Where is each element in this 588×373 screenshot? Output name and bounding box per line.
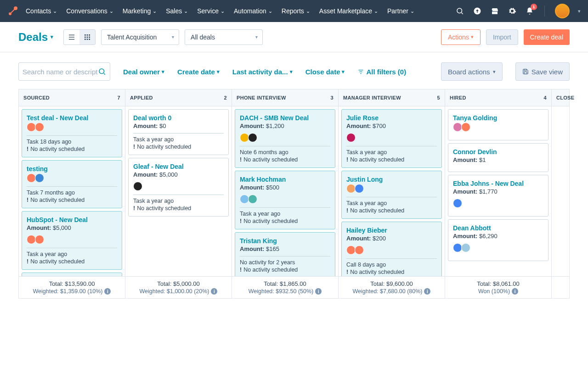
upgrade-icon[interactable] [473, 6, 482, 16]
card-title[interactable]: testing [27, 165, 117, 173]
nav-item-automation[interactable]: Automation ⌄ [234, 7, 272, 15]
card-title[interactable]: Dean Abbott [453, 224, 543, 232]
deal-card[interactable]: Tanya Golding [448, 109, 548, 140]
board-actions-button[interactable]: Board actions▾ [441, 62, 503, 81]
card-title[interactable]: HubSpot - New Deal [27, 216, 117, 223]
info-icon[interactable]: i [211, 288, 217, 295]
chevron-down-icon[interactable]: ▾ [578, 8, 581, 14]
svg-rect-24 [524, 72, 527, 74]
info-icon[interactable]: i [512, 288, 518, 295]
list-view-button[interactable] [64, 30, 79, 45]
card-title[interactable]: DACH - SMB New Deal [240, 114, 330, 122]
card-title[interactable]: Justin Long [346, 176, 437, 183]
deal-card[interactable]: Tristan King Amount: $165No activity for… [235, 232, 335, 276]
filter-deal-owner[interactable]: Deal owner▾ [123, 68, 164, 76]
card-title[interactable]: Ebba Johns - New Deal [453, 180, 543, 187]
associated-record-chip[interactable] [248, 195, 257, 204]
settings-icon[interactable] [508, 6, 517, 16]
nav-item-partner[interactable]: Partner ⌄ [387, 7, 414, 15]
associated-record-chip[interactable] [35, 122, 44, 132]
card-title[interactable]: Tanya Golding [453, 114, 543, 122]
info-icon[interactable]: i [104, 288, 111, 295]
filter-close-date[interactable]: Close date▾ [305, 68, 345, 76]
save-view-button[interactable]: Save view [515, 62, 570, 81]
nav-item-conversations[interactable]: Conversations ⌄ [66, 7, 113, 15]
card-title[interactable]: Julie Rose [346, 114, 437, 122]
deal-card[interactable]: Dr. Jones Amount: $5,700 [22, 273, 122, 276]
save-icon [522, 68, 529, 75]
card-amount: Amount: $200 [346, 235, 437, 242]
associated-record-chip[interactable] [27, 235, 36, 244]
associated-record-chip[interactable] [248, 133, 257, 142]
associated-record-chip[interactable] [27, 173, 36, 183]
deal-card[interactable]: Mark Hochman Amount: $500Task a year ago… [235, 171, 335, 229]
associated-record-chip[interactable] [133, 182, 142, 191]
card-title[interactable]: Gleaf - New Deal [133, 163, 224, 170]
svg-line-2 [11, 9, 15, 13]
all-filters-button[interactable]: All filters (0) [357, 68, 406, 76]
associated-record-chip[interactable] [355, 184, 364, 193]
svg-rect-7 [69, 37, 74, 37]
associated-record-chip[interactable] [240, 133, 249, 142]
deal-card[interactable]: Connor Devlin Amount: $1 [448, 143, 548, 172]
filter-create-date[interactable]: Create date▾ [177, 68, 220, 76]
user-avatar[interactable] [555, 4, 570, 18]
card-title[interactable]: Tristan King [240, 237, 330, 245]
board-view-button[interactable] [79, 30, 95, 45]
deal-card[interactable]: DACH - SMB New Deal Amount: $1,200Note 6… [235, 109, 335, 168]
deal-card[interactable]: Deal worth 0 Amount: $0Task a year ago! … [128, 109, 229, 155]
nav-item-contacts[interactable]: Contacts ⌄ [26, 7, 57, 15]
pipeline-select[interactable]: Talent Acquisition [101, 29, 179, 45]
associated-record-chip[interactable] [346, 184, 356, 193]
card-amount: Amount: $165 [240, 245, 330, 252]
svg-rect-12 [85, 36, 86, 38]
deal-card[interactable]: Gleaf - New Deal Amount: $5,000Task a ye… [128, 158, 229, 217]
nav-item-service[interactable]: Service ⌄ [197, 7, 225, 15]
card-title[interactable]: Mark Hochman [240, 176, 330, 183]
svg-rect-16 [87, 39, 88, 40]
card-title[interactable]: Test deal - New Deal [27, 114, 117, 122]
object-switcher[interactable]: Deals▾ [18, 31, 53, 44]
deal-card[interactable]: HubSpot - New Deal Amount: $5,000Task a … [22, 211, 122, 270]
nav-item-asset-marketplace[interactable]: Asset Marketplace ⌄ [319, 7, 378, 15]
deal-card[interactable]: testing Task 7 months ago! No activity s… [22, 160, 122, 208]
associated-record-chip[interactable] [346, 245, 356, 255]
import-button[interactable]: Import [486, 29, 518, 45]
card-title[interactable]: Connor Devlin [453, 148, 543, 156]
info-icon[interactable]: i [424, 288, 430, 295]
associated-record-chip[interactable] [461, 243, 470, 252]
associated-record-chip[interactable] [35, 173, 44, 183]
card-title[interactable]: Hailey Bieber [346, 227, 437, 234]
deal-card[interactable]: Dean Abbott Amount: $6,290 [448, 219, 548, 261]
create-deal-button[interactable]: Create deal [524, 29, 570, 45]
nav-item-reports[interactable]: Reports ⌄ [282, 7, 310, 15]
nav-item-sales[interactable]: Sales ⌄ [166, 7, 188, 15]
notifications-icon[interactable] [525, 6, 534, 16]
associated-record-chip[interactable] [346, 133, 356, 142]
deal-card[interactable]: Ebba Johns - New Deal Amount: $1,770 [448, 175, 548, 217]
associated-record-chip[interactable] [461, 122, 470, 132]
chevron-down-icon: ⌄ [184, 8, 188, 14]
chevron-down-icon: ⌄ [410, 8, 414, 14]
actions-button[interactable]: Actions▾ [441, 29, 481, 45]
deal-card[interactable]: Test deal - New Deal Task 18 days ago! N… [22, 109, 122, 157]
deal-card[interactable]: Justin Long Task a year ago! No activity… [341, 171, 442, 219]
nav-item-marketing[interactable]: Marketing ⌄ [123, 7, 157, 15]
associated-record-chip[interactable] [453, 199, 462, 208]
info-icon[interactable]: i [315, 288, 322, 295]
associated-record-chip[interactable] [453, 243, 462, 252]
associated-record-chip[interactable] [453, 122, 462, 132]
search-input[interactable] [18, 62, 110, 81]
card-title[interactable]: Deal worth 0 [133, 114, 224, 122]
marketplace-icon[interactable] [490, 6, 499, 16]
associated-record-chip[interactable] [35, 235, 44, 244]
deal-card[interactable]: Hailey Bieber Amount: $200Call 8 days ag… [341, 222, 442, 276]
associated-record-chip[interactable] [27, 122, 36, 132]
view-select[interactable]: All deals [185, 29, 263, 45]
card-meta: Task a year ago! No activity scheduled [133, 136, 224, 150]
filter-last-activity[interactable]: Last activity da...▾ [232, 68, 293, 76]
associated-record-chip[interactable] [240, 195, 249, 204]
associated-record-chip[interactable] [355, 245, 364, 255]
deal-card[interactable]: Julie Rose Amount: $700Task a year ago! … [341, 109, 442, 168]
search-icon[interactable] [455, 6, 464, 16]
